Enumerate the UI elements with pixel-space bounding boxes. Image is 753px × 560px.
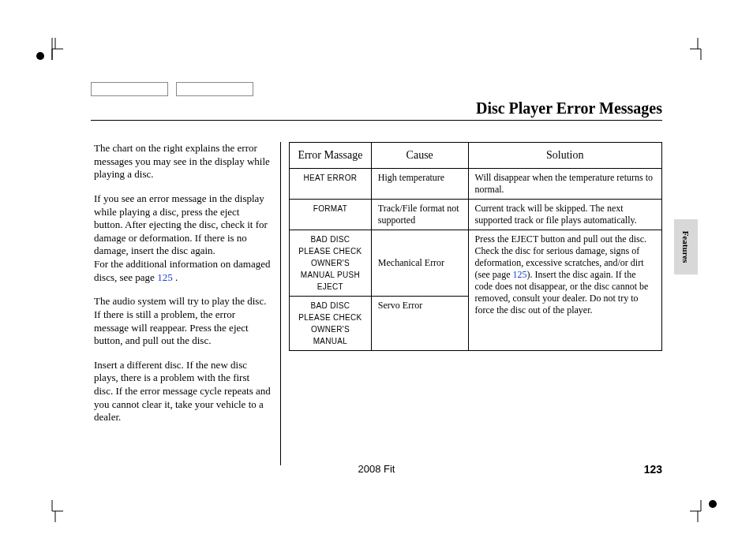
crop-mark-top-right <box>690 38 712 60</box>
cell-message: BAD DISCPLEASE CHECKOWNER'SMANUAL PUSHEJ… <box>290 230 372 297</box>
header-box <box>91 82 168 96</box>
svg-point-18 <box>34 274 47 286</box>
chapter-side-tab-label: Features <box>681 231 691 263</box>
body-text-column: The chart on the right explains the erro… <box>94 142 280 465</box>
body-paragraph: The audio system will try to play the di… <box>94 295 271 348</box>
cell-cause: Servo Error <box>371 297 468 351</box>
table-header: Cause <box>371 143 468 169</box>
cell-message: BAD DISCPLEASE CHECKOWNER'SMANUAL <box>290 297 372 351</box>
body-paragraph: If you see an error message in the displ… <box>94 192 271 284</box>
page-link[interactable]: 125 <box>513 269 527 280</box>
registration-mark-icon <box>704 271 721 289</box>
svg-point-15 <box>36 52 44 60</box>
page-link[interactable]: 125 <box>157 271 173 283</box>
error-table-column: Error Massage Cause Solution HEAT ERROR … <box>289 142 662 465</box>
manual-page: { "header": { "section_title": "Disc Pla… <box>0 0 753 560</box>
header-box <box>176 82 253 96</box>
registration-mark-icon <box>704 495 721 513</box>
cell-cause: Track/File format not supported <box>371 200 468 230</box>
title-rule <box>91 120 662 121</box>
registration-mark-icon <box>368 511 385 528</box>
table-header: Error Massage <box>290 143 372 169</box>
crop-mark-bottom-left <box>41 500 63 522</box>
error-messages-table: Error Massage Cause Solution HEAT ERROR … <box>289 142 662 351</box>
svg-point-27 <box>370 513 383 526</box>
cell-solution: Press the EJECT button and pull out the … <box>468 230 661 351</box>
registration-mark-icon <box>32 47 49 65</box>
column-divider <box>280 142 281 465</box>
body-paragraph: The chart on the right explains the erro… <box>94 142 271 181</box>
svg-point-31 <box>709 500 717 508</box>
table-header: Solution <box>468 143 661 169</box>
cell-solution: Will disappear when the temperature retu… <box>468 169 661 200</box>
table-row: HEAT ERROR High temperature Will disappe… <box>290 169 662 200</box>
svg-point-21 <box>706 274 719 286</box>
page-footer: 2008 Fit 123 <box>91 463 662 475</box>
cell-solution: Current track will be skipped. The next … <box>468 200 661 230</box>
footer-model: 2008 Fit <box>358 463 395 475</box>
table-row: BAD DISCPLEASE CHECKOWNER'SMANUAL PUSHEJ… <box>290 230 662 297</box>
registration-mark-icon <box>32 271 49 289</box>
cell-message: FORMAT <box>290 200 372 230</box>
registration-mark-icon <box>368 32 385 49</box>
footer-page-number: 123 <box>644 463 662 476</box>
cell-message: HEAT ERROR <box>290 169 372 200</box>
section-title: Disc Player Error Messages <box>476 99 662 118</box>
cell-cause: High temperature <box>371 169 468 200</box>
table-row: FORMAT Track/File format not supported C… <box>290 200 662 230</box>
chapter-side-tab: Features <box>674 219 698 274</box>
svg-point-24 <box>370 34 383 47</box>
header-placeholder-boxes <box>91 82 253 96</box>
table-header-row: Error Massage Cause Solution <box>290 143 662 169</box>
cell-cause: Mechanical Error <box>371 230 468 297</box>
body-paragraph: Insert a different disc. If the new disc… <box>94 359 271 424</box>
